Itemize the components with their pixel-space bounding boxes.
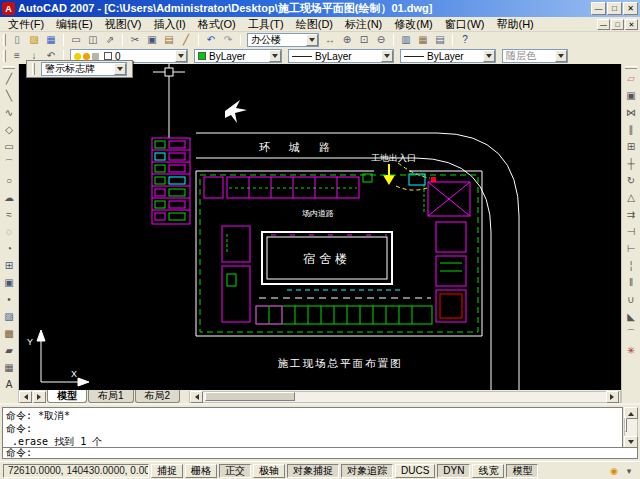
undo-button[interactable]: ↶ [203, 33, 219, 47]
lineweight-combo-arrow-icon[interactable] [483, 50, 495, 62]
horizontal-scrollbar-thumb[interactable] [205, 392, 295, 401]
menu-insert[interactable]: 插入(I) [147, 17, 191, 31]
menu-dimension[interactable]: 标注(N) [339, 17, 388, 31]
document-restore-button[interactable]: □ [611, 19, 624, 30]
ellipse-arc-tool[interactable]: ◔ [1, 241, 17, 257]
designcenter-button[interactable]: ▦ [415, 33, 431, 47]
table-tool[interactable]: ▦ [1, 360, 17, 376]
tab-layout2[interactable]: 布局2 [135, 390, 181, 403]
buildings-right[interactable] [424, 182, 470, 322]
tray-menu-arrow-icon[interactable]: ▾ [623, 465, 635, 477]
mirror-tool[interactable]: ⋈ [623, 105, 639, 121]
rectangle-tool[interactable]: ▭ [1, 139, 17, 155]
drawing-canvas[interactable]: 环 城 路 工地出入口 [19, 64, 621, 390]
spline-tool[interactable]: ≈ [1, 207, 17, 223]
fillet-tool[interactable]: ⌒ [623, 326, 639, 342]
open-file-button[interactable]: ▨ [26, 33, 42, 47]
grid-toggle[interactable]: 栅格 [185, 464, 217, 478]
workspace-combo-arrow-icon[interactable] [306, 34, 318, 46]
plot-preview-button[interactable]: ◫ [85, 33, 101, 47]
copy-button[interactable]: ▣ [144, 33, 160, 47]
toolbar-handle[interactable] [625, 66, 637, 69]
tab-scroll-left-button[interactable] [19, 391, 32, 403]
toolbar-handle[interactable] [3, 50, 6, 62]
horizontal-scrollbar[interactable] [189, 391, 621, 403]
polygon-tool[interactable]: ◇ [1, 122, 17, 138]
help-button[interactable]: ? [457, 33, 473, 47]
legend-table[interactable] [152, 138, 190, 224]
model-space-toggle[interactable]: 模型 [506, 464, 538, 478]
break-at-point-tool[interactable]: ¦ [623, 258, 639, 274]
dormitory-building[interactable]: 宿舍楼 [262, 232, 392, 284]
publish-button[interactable]: ⇗ [102, 33, 118, 47]
rotate-tool[interactable]: ↻ [623, 173, 639, 189]
north-arrow-icon[interactable] [225, 100, 247, 123]
tool-palettes-button[interactable]: ▤ [432, 33, 448, 47]
paste-button[interactable]: ▤ [161, 33, 177, 47]
extend-tool[interactable]: ⊢ [623, 241, 639, 257]
tab-model[interactable]: 模型 [47, 390, 87, 403]
new-file-button[interactable]: ▯ [9, 33, 25, 47]
gate-house[interactable] [409, 174, 436, 185]
restore-button[interactable]: □ [607, 2, 622, 15]
cut-button[interactable]: ✂ [127, 33, 143, 47]
warning-sign-combo[interactable]: 警示标志牌 [41, 62, 127, 76]
break-tool[interactable]: ‖ [623, 275, 639, 291]
make-block-tool[interactable]: ▣ [1, 275, 17, 291]
revision-cloud-tool[interactable]: ☁ [1, 190, 17, 206]
save-button[interactable]: ▦ [43, 33, 59, 47]
command-history[interactable]: 命令: *取消* 命令: _.erase 找到 1 个 [2, 407, 623, 448]
construction-line-tool[interactable]: ╲ [1, 88, 17, 104]
osnap-toggle[interactable]: 对象捕捉 [287, 464, 339, 478]
command-scrollbar-track[interactable] [624, 419, 638, 436]
offset-tool[interactable]: ∥ [623, 122, 639, 138]
plotstyle-combo-arrow-icon[interactable] [555, 50, 567, 62]
scroll-right-button[interactable] [606, 391, 619, 403]
arc-tool[interactable]: ⌒ [1, 156, 17, 172]
menu-tools[interactable]: 工具(T) [242, 17, 290, 31]
menu-draw[interactable]: 绘图(D) [290, 17, 339, 31]
tab-layout1[interactable]: 布局1 [88, 390, 134, 403]
layer-properties-manager-button[interactable]: ≡ [9, 49, 25, 63]
region-tool[interactable]: ▰ [1, 343, 17, 359]
zoom-window-button[interactable]: ⊡ [356, 33, 372, 47]
ducs-toggle[interactable]: DUCS [395, 464, 435, 478]
command-scrollbar-thumb[interactable] [625, 418, 627, 432]
scale-tool[interactable]: △ [623, 190, 639, 206]
scroll-left-button[interactable] [190, 391, 203, 403]
move-tool[interactable]: ┼ [623, 156, 639, 172]
ortho-toggle[interactable]: 正交 [219, 464, 251, 478]
zoom-realtime-button[interactable]: ⊕ [339, 33, 355, 47]
ellipse-tool[interactable]: ◌ [1, 224, 17, 240]
line-tool[interactable]: ╱ [1, 71, 17, 87]
linetype-combo[interactable]: ByLayer [288, 49, 394, 63]
lineweight-toggle[interactable]: 线宽 [472, 464, 504, 478]
temporary-buildings-top[interactable] [204, 174, 372, 198]
array-tool[interactable]: ⊞ [623, 139, 639, 155]
command-input-line[interactable]: 命令: [2, 447, 638, 459]
command-scrollbar[interactable] [624, 407, 638, 448]
menu-window[interactable]: 窗口(W) [439, 17, 491, 31]
workspace-combo[interactable]: 办公楼 [247, 33, 319, 47]
toolbar-handle[interactable] [3, 66, 15, 69]
explode-tool[interactable]: ✳ [623, 343, 639, 359]
minimize-button[interactable]: — [591, 2, 606, 15]
polar-toggle[interactable]: 极轴 [253, 464, 285, 478]
erase-tool[interactable]: ▱ [623, 71, 639, 87]
toolbar-handle[interactable] [3, 34, 6, 46]
buildings-left[interactable] [222, 226, 250, 322]
trim-tool[interactable]: ⊣ [623, 224, 639, 240]
otrack-toggle[interactable]: 对象追踪 [341, 464, 393, 478]
pan-realtime-button[interactable]: ↔ [322, 33, 338, 47]
plot-button[interactable]: ▭ [68, 33, 84, 47]
lineweight-combo[interactable]: ByLayer [400, 49, 496, 63]
copy-object-tool[interactable]: ▣ [623, 88, 639, 104]
document-close-button[interactable]: ✕ [625, 19, 638, 30]
color-combo-arrow-icon[interactable] [269, 50, 281, 62]
material-yard[interactable] [256, 290, 432, 324]
snap-toggle[interactable]: 捕捉 [151, 464, 183, 478]
communication-center-icon[interactable]: ◉ [608, 465, 620, 477]
layer-combo-arrow-icon[interactable] [175, 50, 187, 62]
dyn-toggle[interactable]: DYN [437, 464, 470, 478]
circle-tool[interactable]: ○ [1, 173, 17, 189]
